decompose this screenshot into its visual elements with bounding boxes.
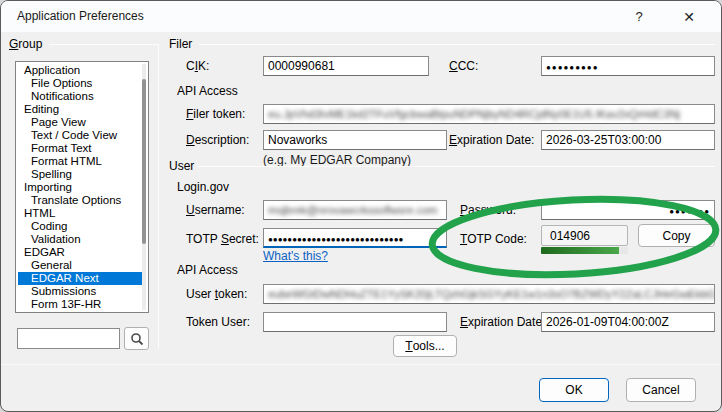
filer-expiration-label: Expiration Date:: [449, 133, 534, 147]
tree-item-form-13f-hr[interactable]: Form 13F-HR: [18, 298, 146, 311]
help-icon[interactable]: ?: [619, 1, 659, 32]
ccc-label: CCC:: [449, 59, 478, 73]
tree-item-text-code-view[interactable]: Text / Code View: [18, 129, 146, 142]
cik-field[interactable]: 0000990681: [263, 56, 429, 76]
tree-item-importing[interactable]: Importing: [18, 181, 146, 194]
title-bar: Application Preferences ? ✕: [1, 1, 721, 32]
user-expiration-field[interactable]: 2026-01-09T04:00:00Z: [541, 312, 715, 332]
whats-this-link[interactable]: What's this?: [263, 249, 328, 263]
totp-progress-fill: [541, 247, 619, 254]
token-user-label: Token User:: [186, 315, 250, 329]
group-section-label: Group: [9, 37, 42, 51]
tree-item-submissions[interactable]: Submissions: [18, 285, 146, 298]
tree-item-translate-options[interactable]: Translate Options: [18, 194, 146, 207]
filer-rule: [199, 44, 715, 45]
copy-button[interactable]: Copy: [638, 224, 715, 247]
description-hint: (e.g. My EDGAR Company): [263, 153, 411, 167]
tools-button[interactable]: Tools...: [393, 335, 457, 357]
user-expiration-label: Expiration Date:: [460, 315, 545, 329]
tree-item-format-html[interactable]: Format HTML: [18, 155, 146, 168]
tree-item-html[interactable]: HTML: [18, 207, 146, 220]
user-token-label: User token:: [186, 287, 247, 301]
login-gov-label: Login.gov: [177, 180, 229, 194]
user-rule: [197, 166, 715, 167]
user-section-label: User: [169, 159, 194, 173]
tree-item-general[interactable]: General: [18, 259, 146, 272]
dialog-title: Application Preferences: [17, 9, 144, 23]
search-icon: [130, 332, 144, 346]
filer-token-field[interactable]: eu.JpVhd3IvME1kd2TFuVfgcbwaBtpuNDPNjbyND…: [263, 104, 715, 124]
password-label: Password:: [460, 203, 516, 217]
user-token-redacted-text: eubeWGtDwNDHuZTE1YySK20jLTQzhGjkSGYyKE1w…: [268, 285, 715, 300]
cik-label: CIK:: [186, 59, 209, 73]
tree-item-edgar[interactable]: EDGAR: [18, 246, 146, 259]
username-field[interactable]: msjbrek@nrovawcrkssoflwsre.com: [263, 200, 447, 220]
username-redacted-text: msjbrek@nrovawcrkssoflwsre.com: [268, 201, 437, 216]
user-token-field[interactable]: eubeWGtDwNDHuZTE1YySK20jLTQzhGjkSGYyKE1w…: [263, 284, 715, 304]
filer-section-label: Filer: [169, 37, 192, 51]
username-label: Username:: [186, 203, 245, 217]
tree-item-file-options[interactable]: File Options: [18, 77, 146, 90]
ccc-field[interactable]: ●●●●●●●●●: [541, 56, 715, 76]
tree-item-page-view[interactable]: Page View: [18, 116, 146, 129]
close-icon[interactable]: ✕: [669, 1, 709, 32]
tree-item-application[interactable]: Application: [18, 64, 146, 77]
group-search-input[interactable]: [17, 328, 120, 349]
filer-token-redacted-text: eu.JpVhd3IvME1kd2TFuVfgcbwaBtpuNDPNjbyND…: [268, 105, 680, 120]
totp-progress-bar: [541, 247, 628, 254]
user-api-access-label: API Access: [177, 263, 238, 277]
cancel-button[interactable]: Cancel: [626, 378, 696, 402]
filer-token-label: Filer token:: [186, 107, 245, 121]
tree-item-validation[interactable]: Validation: [18, 233, 146, 246]
application-preferences-dialog: Application Preferences ? ✕ Group Applic…: [0, 0, 722, 412]
token-user-field[interactable]: [263, 312, 447, 332]
tree-item-coding[interactable]: Coding: [18, 220, 146, 233]
footer-separator: [1, 364, 722, 365]
filer-expiration-field[interactable]: 2026-03-25T03:00:00: [541, 130, 715, 150]
description-label: Description:: [186, 133, 249, 147]
group-tree: ApplicationFile OptionsNotificationsEdit…: [15, 61, 149, 313]
totp-secret-field[interactable]: ●●●●●●●●●●●●●●●●●●●●●●●●●●●●: [263, 228, 447, 248]
totp-code-label: TOTP Code:: [460, 232, 527, 246]
ok-button[interactable]: OK: [539, 378, 609, 402]
tree-scrollbar-thumb[interactable]: [142, 79, 146, 244]
totp-code-field[interactable]: 014906: [541, 225, 628, 246]
tree-item-notifications[interactable]: Notifications: [18, 90, 146, 103]
group-vline: [158, 44, 159, 348]
tree-item-format-text[interactable]: Format Text: [18, 142, 146, 155]
tree-item-editing[interactable]: Editing: [18, 103, 146, 116]
tree-item-spelling[interactable]: Spelling: [18, 168, 146, 181]
password-field[interactable]: ●●●●●●●: [541, 200, 715, 220]
filer-api-access-label: API Access: [177, 84, 238, 98]
search-button[interactable]: [124, 327, 149, 350]
group-rule: [49, 44, 158, 45]
totp-secret-label: TOTP Secret:: [186, 232, 259, 246]
tree-item-edgar-next[interactable]: EDGAR Next: [18, 272, 146, 285]
description-field[interactable]: Novaworks: [263, 130, 447, 150]
